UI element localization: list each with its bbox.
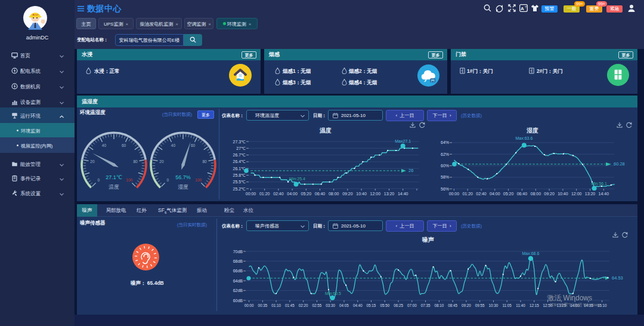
svg-text:70dB: 70dB [233,250,243,254]
svg-text:26.1℃: 26.1℃ [233,167,246,171]
svg-text:12:00: 12:00 [571,192,582,196]
svg-text:60: 60 [191,143,196,147]
svg-text:01:10: 01:10 [271,303,281,307]
svg-text:温度: 温度 [319,127,332,134]
svg-text:噪声: 噪声 [422,236,434,243]
svg-text:01:20: 01:20 [462,192,473,196]
svg-text:60dB: 60dB [233,299,243,303]
svg-text:08:00: 08:00 [531,192,541,196]
svg-text:09:20: 09:20 [462,303,471,307]
svg-text:Min:60.5: Min:60.5 [325,291,341,296]
svg-text:25.2℃: 25.2℃ [233,187,246,191]
svg-text:08:10: 08:10 [435,303,444,307]
svg-text:13:20: 13:20 [585,192,596,196]
svg-text:05:15: 05:15 [367,303,376,307]
svg-text:68dB: 68dB [233,259,243,263]
svg-text:80: 80 [202,159,207,164]
svg-text:20: 20 [90,159,95,164]
svg-text:12:15: 12:15 [530,303,539,307]
svg-text:Acrel: Acrel [32,13,38,16]
svg-text:60: 60 [122,143,126,147]
svg-text:Max:63.6: Max:63.6 [516,136,533,140]
svg-text:14:40: 14:40 [599,192,609,196]
svg-text:11:40: 11:40 [516,303,525,307]
svg-text:00:35: 00:35 [258,303,268,307]
svg-text:A: A [521,6,524,11]
svg-text:Max27.1: Max27.1 [395,139,411,143]
svg-text:58%: 58% [441,175,449,179]
svg-text:01:20: 01:20 [259,192,270,196]
svg-text:11:05: 11:05 [503,303,512,307]
svg-text:00:00: 00:00 [449,192,460,196]
svg-text:06:25: 06:25 [394,303,403,307]
svg-text:04:00: 04:00 [287,192,298,196]
svg-text:13:20: 13:20 [384,192,395,196]
svg-text:10:30: 10:30 [489,303,499,307]
svg-text:40: 40 [171,143,176,147]
svg-text:06:40: 06:40 [517,192,528,196]
svg-text:100: 100 [195,178,202,182]
svg-text:14:40: 14:40 [398,192,408,196]
svg-text:02:40: 02:40 [273,192,284,196]
svg-text:09:55: 09:55 [475,303,485,307]
svg-text:09:20: 09:20 [342,192,353,196]
svg-text:05:20: 05:20 [301,192,312,196]
svg-text:27.1℃: 27.1℃ [106,174,122,180]
svg-text:07:00: 07:00 [407,303,417,307]
svg-text:Min:25.4: Min:25.4 [289,177,305,181]
svg-text:01:45: 01:45 [285,303,295,307]
svg-text:80: 80 [133,159,138,164]
svg-text:27.3℃: 27.3℃ [233,140,246,144]
svg-text:02:40: 02:40 [476,192,487,196]
svg-text:56.7%: 56.7% [175,174,191,180]
svg-text:04:00: 04:00 [490,192,500,196]
svg-text:26.4℃: 26.4℃ [233,159,246,164]
svg-text:Max:68.6: Max:68.6 [522,251,540,256]
svg-text:10:40: 10:40 [558,192,568,196]
svg-text:02:55: 02:55 [312,303,322,307]
svg-text:12:00: 12:00 [370,192,381,196]
svg-text:Min:56.1: Min:56.1 [591,182,607,186]
svg-text:04:05: 04:05 [339,303,349,307]
svg-text:09:20: 09:20 [544,192,555,196]
svg-text:56%: 56% [441,187,449,191]
svg-text:03:30: 03:30 [326,303,335,307]
svg-text:60.28: 60.28 [614,161,625,167]
svg-text:64dB: 64dB [233,279,243,283]
svg-text:0: 0 [97,178,100,182]
svg-text:26: 26 [408,168,413,173]
svg-text:10:40: 10:40 [356,192,367,196]
svg-text:26.7℃: 26.7℃ [233,153,246,157]
svg-text:64.53: 64.53 [612,275,623,281]
svg-text:08:45: 08:45 [448,303,457,307]
svg-text:05:50: 05:50 [380,303,389,307]
svg-text:62dB: 62dB [233,288,243,293]
svg-text:08:00: 08:00 [329,192,339,196]
svg-text:温度: 温度 [109,184,120,190]
svg-text:04:40: 04:40 [353,303,363,307]
svg-text:00:00: 00:00 [246,192,256,196]
svg-text:62%: 62% [441,152,449,156]
svg-text:02:20: 02:20 [299,303,308,307]
svg-text:0: 0 [166,178,169,182]
svg-text:66dB: 66dB [233,269,243,273]
svg-text:40: 40 [102,143,107,147]
svg-text:100: 100 [126,178,132,182]
svg-text:05:20: 05:20 [503,192,514,196]
svg-text:湿度: 湿度 [178,184,189,190]
svg-text:湿度: 湿度 [527,127,538,134]
svg-text:25.8℃: 25.8℃ [233,173,246,177]
svg-text:06:40: 06:40 [315,192,326,196]
svg-text:60%: 60% [441,164,449,168]
svg-text:?: ? [525,5,527,9]
svg-text:25.5℃: 25.5℃ [233,180,246,184]
svg-text:64%: 64% [441,140,449,144]
svg-text:07:35: 07:35 [421,303,431,307]
svg-text:20: 20 [159,159,164,164]
svg-text:27℃: 27℃ [236,146,246,150]
svg-text:00:00: 00:00 [244,303,254,307]
